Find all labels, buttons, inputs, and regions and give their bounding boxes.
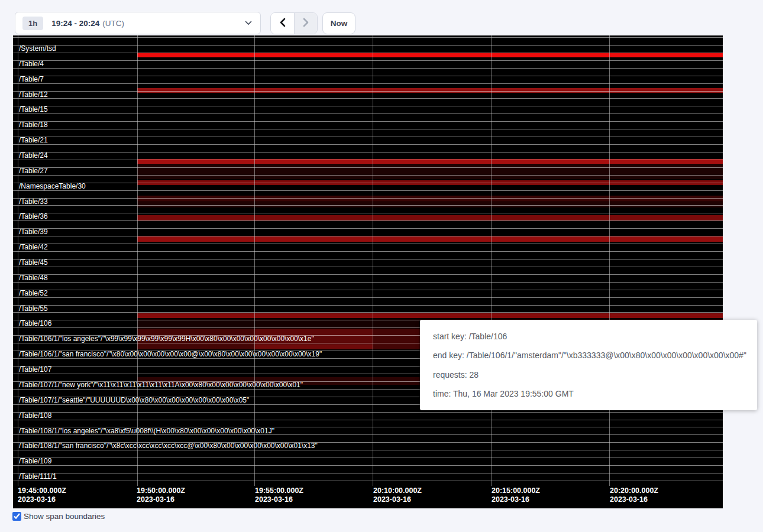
row-label: /Table/7 <box>19 76 44 83</box>
time-range-label: 19:24 - 20:24 <box>51 19 99 28</box>
heat-band <box>137 165 723 179</box>
heat-band <box>137 313 723 318</box>
row-label: /Table/107 <box>19 366 51 374</box>
tooltip-start-key: start key: /Table/106 <box>433 332 751 341</box>
grid-vline <box>18 35 18 486</box>
chevron-left-icon <box>279 18 286 29</box>
timezone-label: (UTC) <box>102 19 124 28</box>
row-label: /Table/24 <box>19 152 48 160</box>
row-label: /Table/45 <box>19 259 48 267</box>
row-label: /Table/108/1/"los angeles"/"\xa8\xf5\u00… <box>19 427 274 435</box>
tooltip-requests: requests: 28 <box>433 370 751 379</box>
now-button[interactable]: Now <box>322 12 355 34</box>
x-axis-label: 19:55:00.000Z2023-03-16 <box>255 486 303 504</box>
heat-band <box>137 180 723 185</box>
row-label: /Table/33 <box>19 198 48 206</box>
row-label: /Table/106 <box>19 320 51 327</box>
row-label: /Table/55 <box>19 305 48 313</box>
x-axis-label: 20:15:00.000Z2023-03-16 <box>492 486 540 504</box>
row-label: /Table/109 <box>19 458 51 465</box>
row-label: /Table/36 <box>19 213 48 220</box>
time-nav-group <box>270 12 318 34</box>
heat-band <box>137 196 723 202</box>
heat-band <box>137 236 723 242</box>
next-range-button[interactable] <box>294 13 317 34</box>
row-label: /Table/48 <box>19 274 48 282</box>
row-label: /Table/18 <box>19 121 48 129</box>
grid-vline <box>137 35 138 486</box>
tooltip-end-key: end key: /Table/106/1/"amsterdam"/"\xb33… <box>433 351 751 360</box>
heat-band <box>137 159 723 164</box>
heat-band <box>137 215 723 220</box>
x-axis-label: 19:45:00.000Z2023-03-16 <box>18 486 66 504</box>
row-label: /Table/27 <box>19 167 48 175</box>
row-label: /Table/106/1/"san francisco"/"\x80\x00\x… <box>19 351 322 358</box>
key-visualizer-canvas[interactable]: /System/tsd/Table/4/Table/7/Table/12/Tab… <box>13 35 723 508</box>
row-label: /Table/108/1/"san francisco"/"\x8c\xcc\x… <box>19 442 318 450</box>
x-axis-label: 20:20:00.000Z2023-03-16 <box>610 486 658 504</box>
heat-band <box>137 202 723 207</box>
tooltip-time: time: Thu, 16 Mar 2023 19:55:00 GMT <box>433 389 751 398</box>
x-axis-label: 20:10:00.000Z2023-03-16 <box>373 486 422 504</box>
row-label: /Table/21 <box>19 137 48 144</box>
grid-vline <box>491 35 492 486</box>
row-label: /Table/52 <box>19 290 48 297</box>
row-label: /Table/12 <box>19 91 48 99</box>
duration-badge: 1h <box>22 17 43 30</box>
row-label: /Table/4 <box>19 60 44 68</box>
x-axis-label: 19:50:00.000Z2023-03-16 <box>137 486 185 504</box>
chevron-down-icon <box>245 21 252 25</box>
show-span-boundaries-checkbox[interactable] <box>12 512 21 521</box>
span-boundaries-grid <box>13 37 723 486</box>
time-range-picker[interactable]: 1h 19:24 - 20:24 (UTC) <box>15 12 261 34</box>
footer-controls: Show span boundaries <box>12 512 105 521</box>
show-span-boundaries-label[interactable]: Show span boundaries <box>24 512 105 521</box>
grid-vline <box>609 35 610 486</box>
row-label: /Table/15 <box>19 106 48 113</box>
row-label: /NamespaceTable/30 <box>19 183 86 190</box>
row-label: /Table/107/1/"seattle"/"UUUUUUD\x00\x80\… <box>19 397 249 404</box>
row-label: /System/tsd <box>19 45 56 53</box>
row-label: /Table/108 <box>19 412 51 420</box>
grid-vline <box>254 35 255 486</box>
chevron-right-icon <box>303 18 309 29</box>
row-label: /Table/39 <box>19 228 48 236</box>
grid-vline <box>373 35 373 486</box>
prev-range-button[interactable] <box>271 13 294 34</box>
row-label: /Table/42 <box>19 244 48 251</box>
heat-band <box>137 53 723 57</box>
row-label: /Table/111/1 <box>19 473 57 481</box>
heat-band <box>254 345 373 349</box>
heat-band <box>137 88 723 93</box>
hover-tooltip: start key: /Table/106 end key: /Table/10… <box>420 320 757 410</box>
